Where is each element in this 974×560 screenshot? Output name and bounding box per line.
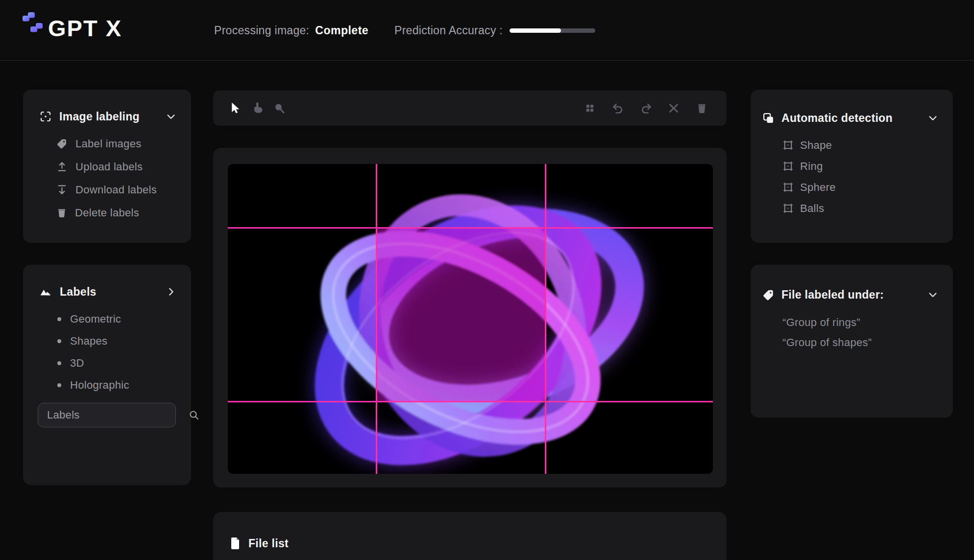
accuracy-progress-bar — [510, 28, 595, 33]
annotated-image-area[interactable] — [228, 164, 713, 474]
mountains-icon — [40, 286, 52, 298]
selection-rect — [376, 228, 545, 401]
app-logo: GPT X — [22, 15, 122, 42]
crosshair-vertical-1[interactable] — [376, 164, 377, 474]
tag-filled-icon — [762, 289, 775, 301]
crosshair-vertical-2[interactable] — [545, 164, 546, 474]
panel-title: Image labeling — [59, 110, 158, 123]
panel-image-labeling: Image labeling Label images Upload label… — [23, 90, 191, 243]
prediction-accuracy: Prediction Accuracy : — [394, 0, 595, 61]
tool-group-right — [583, 101, 709, 116]
label-category-holographic[interactable]: Holographic — [23, 374, 191, 396]
panel-title: File list — [248, 537, 712, 550]
bounding-box-icon — [782, 182, 794, 193]
download-icon — [56, 184, 68, 195]
panel-file-labeled-under: File labeled under: “Group of rings” “Gr… — [751, 265, 953, 418]
file-list-panel: File list — [213, 512, 727, 560]
grid-handle-icon[interactable] — [583, 101, 597, 116]
menu-item-delete-labels[interactable]: Delete labels — [23, 201, 191, 224]
crosshair-horizontal-2[interactable] — [228, 401, 713, 402]
file-label-item: “Group of rings” — [751, 312, 953, 332]
label-category-shapes[interactable]: Shapes — [23, 330, 191, 352]
panel-title: Labels — [60, 285, 158, 299]
label-category-text: Geometric — [70, 313, 121, 326]
chevron-down-icon — [927, 289, 938, 300]
trash-tool-icon[interactable] — [694, 101, 709, 116]
scan-focus-icon — [40, 111, 51, 122]
bounding-box-icon — [782, 140, 794, 151]
undo-icon[interactable] — [610, 101, 625, 116]
detection-item-label: Sphere — [800, 181, 836, 194]
zoom-tool-icon[interactable] — [272, 101, 287, 116]
file-list-header[interactable]: File list — [213, 534, 727, 553]
upload-icon — [56, 161, 68, 172]
detection-item-sphere[interactable]: Sphere — [751, 177, 953, 198]
panel-title: File labeled under: — [781, 288, 921, 302]
detection-item-ring[interactable]: Ring — [751, 156, 953, 177]
layers-icon — [762, 112, 775, 124]
bounding-box-icon — [782, 203, 794, 214]
detection-item-label: Shape — [800, 139, 832, 152]
detection-item-balls[interactable]: Balls — [751, 198, 953, 219]
tool-group-left — [228, 101, 287, 116]
chevron-down-icon — [166, 111, 176, 122]
detection-item-label: Balls — [800, 202, 824, 215]
image-labeling-header[interactable]: Image labeling — [23, 107, 191, 126]
menu-item-upload-labels[interactable]: Upload labels — [23, 155, 191, 178]
file-label-text: “Group of shapes” — [782, 336, 872, 349]
menu-item-download-labels[interactable]: Download labels — [23, 178, 191, 201]
label-category-text: Holographic — [70, 379, 129, 392]
panel-title: Automatic detection — [781, 112, 921, 125]
file-label-text: “Group of rings” — [782, 316, 860, 329]
label-category-3d[interactable]: 3D — [23, 352, 191, 374]
detection-item-shape[interactable]: Shape — [751, 135, 953, 156]
trash-icon — [56, 208, 67, 218]
menu-item-label: Delete labels — [75, 207, 139, 219]
label-category-text: 3D — [70, 357, 84, 370]
bullet-icon — [57, 383, 61, 387]
menu-item-label: Label images — [75, 138, 141, 150]
cursor-tool-icon[interactable] — [228, 101, 243, 116]
chevron-right-icon — [166, 286, 176, 297]
file-labeled-header[interactable]: File labeled under: — [751, 285, 953, 304]
bounding-box-icon — [782, 161, 794, 172]
bullet-icon — [57, 361, 61, 365]
search-icon[interactable] — [188, 409, 200, 421]
canvas-toolbar — [213, 91, 727, 126]
menu-item-label: Upload labels — [75, 161, 143, 173]
processing-status: Processing image: Complete — [214, 0, 368, 61]
label-category-geometric[interactable]: Geometric — [23, 308, 191, 330]
crosshair-horizontal-1[interactable] — [228, 227, 713, 229]
accuracy-label: Prediction Accuracy : — [394, 24, 503, 37]
processing-label: Processing image: — [214, 24, 309, 37]
file-label-item: “Group of shapes” — [751, 332, 953, 352]
panel-labels: Labels Geometric Shapes 3D Holographic — [23, 265, 191, 485]
bullet-icon — [57, 339, 61, 343]
logo-text: GPT X — [48, 15, 122, 42]
app-header: GPT X Processing image: Complete Predict… — [0, 0, 974, 61]
panel-automatic-detection: Automatic detection Shape — [751, 90, 953, 243]
menu-item-label: Download labels — [75, 184, 157, 196]
close-icon[interactable] — [666, 101, 681, 116]
labels-search-input[interactable] — [47, 409, 188, 421]
hand-pointer-tool-icon[interactable] — [250, 101, 265, 116]
redo-icon[interactable] — [638, 101, 653, 116]
accuracy-progress-fill — [510, 28, 561, 33]
file-icon — [230, 537, 241, 549]
detection-item-label: Ring — [800, 160, 823, 173]
labels-search-box — [38, 403, 176, 427]
processing-value: Complete — [315, 24, 368, 37]
automatic-detection-header[interactable]: Automatic detection — [751, 108, 953, 128]
label-category-text: Shapes — [70, 335, 107, 348]
logo-icon — [22, 12, 44, 38]
bullet-icon — [57, 317, 61, 321]
menu-item-label-images[interactable]: Label images — [23, 132, 191, 155]
canvas-panel — [213, 148, 727, 488]
chevron-down-icon — [927, 113, 938, 123]
tag-icon — [56, 138, 68, 149]
labels-header[interactable]: Labels — [23, 282, 191, 302]
